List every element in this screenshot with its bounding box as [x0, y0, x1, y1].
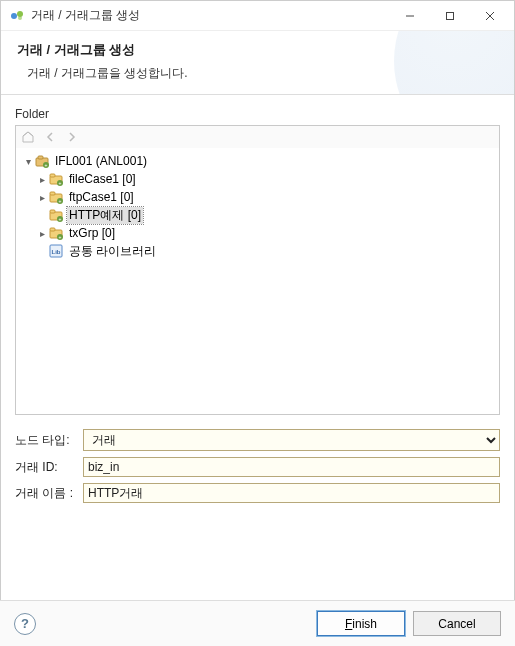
form-area: 노드 타입: 거래 거래 ID: 거래 이름 :	[1, 415, 514, 503]
cancel-button[interactable]: Cancel	[413, 611, 501, 636]
tree-node-label: ftpCase1 [0]	[67, 190, 136, 204]
tree-node-label: txGrp [0]	[67, 226, 117, 240]
tree-toolbar	[16, 126, 499, 148]
finish-button[interactable]: Finish	[317, 611, 405, 636]
node-type-label: 노드 타입:	[15, 432, 83, 449]
forward-icon[interactable]	[64, 129, 80, 145]
back-icon[interactable]	[42, 129, 58, 145]
tx-name-label: 거래 이름 :	[15, 485, 83, 502]
chevron-right-icon[interactable]: ▸	[36, 174, 48, 185]
titlebar: 거래 / 거래그룹 생성	[1, 1, 514, 31]
library-icon: Lib	[48, 243, 64, 259]
chevron-right-icon[interactable]: ▸	[36, 192, 48, 203]
svg-rect-8	[38, 156, 43, 159]
tree-item[interactable]: ▸ + fileCase1 [0]	[18, 170, 497, 188]
tx-id-input[interactable]	[83, 457, 500, 477]
svg-text:+: +	[59, 180, 62, 186]
svg-text:+: +	[59, 216, 62, 222]
home-icon[interactable]	[20, 129, 36, 145]
svg-rect-20	[50, 210, 55, 213]
folder-icon: +	[48, 225, 64, 241]
tree-node-label: IFL001 (ANL001)	[53, 154, 149, 168]
tree-body[interactable]: ▾ + IFL001 (ANL001) ▸ + fileCase1 [0] ▸ …	[16, 148, 499, 414]
svg-point-0	[11, 13, 17, 19]
app-icon	[9, 8, 25, 24]
svg-text:+: +	[59, 198, 62, 204]
maximize-button[interactable]	[430, 2, 470, 30]
tree-item[interactable]: Lib 공통 라이브러리	[18, 242, 497, 260]
dialog-footer: ? Finish Cancel	[0, 600, 515, 646]
svg-text:Lib: Lib	[52, 249, 61, 255]
svg-text:+: +	[59, 234, 62, 240]
svg-rect-24	[50, 228, 55, 231]
minimize-button[interactable]	[390, 2, 430, 30]
project-icon: +	[34, 153, 50, 169]
tx-name-input[interactable]	[83, 483, 500, 503]
tree-node-label: fileCase1 [0]	[67, 172, 138, 186]
dialog-header: 거래 / 거래그룹 생성 거래 / 거래그룹을 생성합니다.	[1, 31, 514, 95]
chevron-down-icon[interactable]: ▾	[22, 156, 34, 167]
folder-icon: +	[48, 171, 64, 187]
tree-node-label: HTTP예제 [0]	[67, 207, 143, 224]
folder-tree: ▾ + IFL001 (ANL001) ▸ + fileCase1 [0] ▸ …	[15, 125, 500, 415]
tree-item[interactable]: ▸ + ftpCase1 [0]	[18, 188, 497, 206]
svg-rect-4	[447, 12, 454, 19]
tx-id-label: 거래 ID:	[15, 459, 83, 476]
form-row-tx-name: 거래 이름 :	[15, 483, 500, 503]
svg-point-2	[18, 16, 22, 20]
tree-item-selected[interactable]: + HTTP예제 [0]	[18, 206, 497, 224]
body-area: Folder ▾ + IFL001 (ANL001) ▸	[1, 95, 514, 415]
header-decoration	[394, 31, 514, 95]
chevron-right-icon[interactable]: ▸	[36, 228, 48, 239]
svg-rect-16	[50, 192, 55, 195]
close-button[interactable]	[470, 2, 510, 30]
folder-icon: +	[48, 207, 64, 223]
svg-text:+: +	[45, 162, 48, 168]
form-row-node-type: 노드 타입: 거래	[15, 429, 500, 451]
help-button[interactable]: ?	[14, 613, 36, 635]
folder-label: Folder	[15, 107, 500, 121]
node-type-select[interactable]: 거래	[83, 429, 500, 451]
tree-node-label: 공통 라이브러리	[67, 243, 158, 260]
folder-icon: +	[48, 189, 64, 205]
form-row-tx-id: 거래 ID:	[15, 457, 500, 477]
tree-item[interactable]: ▸ + txGrp [0]	[18, 224, 497, 242]
tree-root[interactable]: ▾ + IFL001 (ANL001)	[18, 152, 497, 170]
window-title: 거래 / 거래그룹 생성	[31, 7, 390, 24]
svg-rect-12	[50, 174, 55, 177]
help-icon: ?	[21, 616, 29, 631]
